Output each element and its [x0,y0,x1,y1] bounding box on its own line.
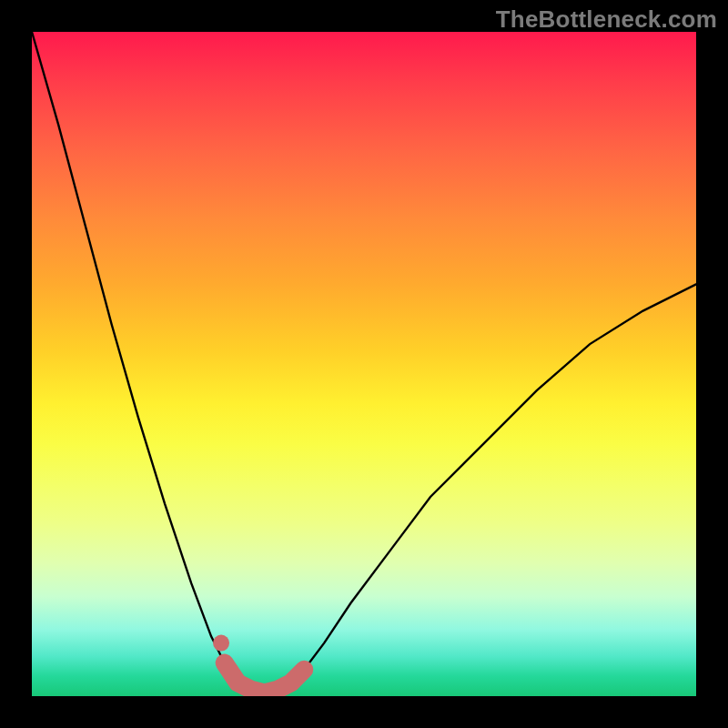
plot-area [32,32,696,696]
watermark-text: TheBottleneck.com [496,5,717,34]
marker-dot-icon [213,635,229,652]
bottleneck-curve [32,32,696,693]
optimal-zone-marker [225,663,305,693]
chart-frame: TheBottleneck.com [0,0,728,728]
curve-svg [32,32,696,696]
